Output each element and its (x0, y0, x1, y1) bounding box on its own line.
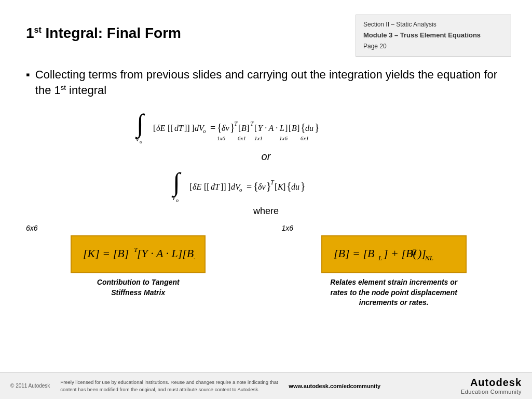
svg-text:6x1: 6x1 (301, 135, 309, 141)
svg-text:Y · A · L: Y · A · L (258, 124, 284, 132)
svg-text:]: ] (285, 124, 288, 132)
right-desc-text: Relates element strain increments or rat… (330, 277, 457, 308)
title-number: 1 (26, 25, 34, 41)
svg-text:]: ] (283, 182, 285, 191)
svg-text:∫: ∫ (171, 167, 182, 198)
svg-text:o: o (140, 139, 142, 144)
footer-autodesk-branding: Autodesk Education Community (461, 377, 522, 395)
bullet-sup: st (61, 83, 66, 91)
svg-text:]: ] (247, 124, 249, 132)
footer-copyright: © 2011 Autodesk (10, 383, 50, 389)
svg-text:[[: [[ (168, 124, 173, 132)
where-label: where (26, 206, 506, 217)
left-dim-label: 6x6 (26, 224, 38, 232)
svg-text:L: L (378, 254, 382, 262)
svg-text:1x6: 1x6 (279, 135, 288, 141)
right-lower-section: 1x6 [B] = [B L ] + [B( ū )] NL Relates … (282, 224, 507, 308)
education-community-label: Education Community (461, 389, 522, 395)
footer-license-text: Freely licensed for use by educational i… (60, 379, 278, 393)
svg-text:[Y · A · L][B]: [Y · A · L][B] (137, 247, 195, 260)
autodesk-brand-name: Autodesk (470, 377, 522, 389)
svg-text:]: ] (297, 124, 299, 132)
svg-text:[K] = [B]: [K] = [B] (83, 247, 129, 260)
svg-text:dT: dT (211, 182, 220, 191)
lower-section: 6x6 [K] = [B] T [Y · A · L][B] Contribut… (0, 219, 532, 308)
right-dim-label: 1x6 (282, 224, 294, 232)
section-info-box: Section II – Static Analysis Module 3 – … (356, 15, 511, 57)
or-label: or (26, 151, 506, 163)
first-integral-equation: ∫ V o [ δE [[ dT ]] ] dV o = { δv } (26, 105, 506, 147)
bullet-symbol: ▪ (26, 68, 30, 82)
eq1-svg: ∫ V o [ δE [[ dT ]] ] dV o = { δv } (121, 105, 412, 147)
left-desc-content: Contribution to Tangent Stiffness Matrix (97, 278, 180, 297)
svg-text:]]: ]] (221, 182, 226, 191)
svg-text:}: } (301, 180, 306, 192)
right-gold-box: [B] = [B L ] + [B( ū )] NL (321, 235, 467, 273)
svg-text:δv: δv (222, 124, 229, 132)
bullet-text: Collecting terms from previous slides an… (35, 67, 506, 98)
equations-area: ∫ V o [ δE [[ dT ]] ] dV o = { δv } (0, 98, 532, 217)
svg-text:ū: ū (412, 247, 416, 257)
svg-text:=: = (210, 123, 215, 133)
svg-text:[: [ (275, 182, 277, 191)
left-lower-section: 6x6 [K] = [B] T [Y · A · L][B] Contribut… (26, 224, 251, 298)
svg-text:o: o (203, 128, 206, 134)
title-rest: Integral: Final Form (42, 25, 181, 41)
slide-title: 1st Integral: Final Form (26, 15, 181, 42)
svg-text:T: T (250, 120, 254, 127)
bullet-section: ▪ Collecting terms from previous slides … (0, 62, 532, 98)
svg-text:[: [ (189, 182, 192, 191)
svg-text:∫: ∫ (135, 109, 145, 139)
top-section: 1st Integral: Final Form Section II – St… (0, 0, 532, 62)
svg-text:[: [ (289, 124, 291, 132)
title-sup: st (34, 25, 42, 34)
svg-text:1x6: 1x6 (217, 135, 225, 141)
footer-url: www.autodesk.com/edcommunity (289, 383, 380, 389)
svg-text:B: B (292, 124, 297, 132)
svg-text:]]: ]] (184, 124, 190, 132)
svg-text:[B] = [B: [B] = [B (334, 247, 374, 260)
right-desc-content: Relates element strain increments or rat… (330, 278, 457, 307)
svg-text:[: [ (153, 124, 156, 132)
svg-text:δE: δE (193, 182, 201, 191)
svg-text:[: [ (254, 124, 257, 132)
svg-text:du: du (291, 182, 299, 191)
svg-text:]: ] (192, 124, 194, 132)
svg-text:NL: NL (425, 254, 433, 262)
svg-text:6x1: 6x1 (238, 135, 246, 141)
svg-text:δv: δv (258, 182, 266, 191)
svg-text:dT: dT (174, 124, 184, 132)
svg-text:B: B (241, 124, 247, 132)
svg-text:[: [ (238, 124, 241, 132)
svg-text:[[: [[ (204, 182, 210, 191)
module-label: Module 3 – Truss Element Equations (363, 30, 503, 41)
b-equation-svg: [B] = [B L ] + [B( ū )] NL (332, 242, 456, 264)
svg-text:o: o (239, 187, 242, 193)
svg-text:δE: δE (156, 124, 165, 132)
svg-text:}: } (315, 122, 320, 133)
footer: © 2011 Autodesk Freely licensed for use … (0, 372, 532, 399)
page-container: 1st Integral: Final Form Section II – St… (0, 0, 532, 399)
svg-text:T: T (270, 179, 275, 186)
second-integral-equation: ∫ V o [ δE [[ dT ]] ] dV o = { δv } T (26, 165, 506, 204)
svg-text:]: ] (228, 182, 230, 191)
eq2-svg: ∫ V o [ δE [[ dT ]] ] dV o = { δv } T (157, 165, 375, 204)
bullet-text-end: integral (66, 84, 106, 97)
section-label: Section II – Static Analysis (363, 19, 503, 30)
svg-text:o: o (176, 197, 179, 203)
svg-text:du: du (305, 124, 313, 132)
svg-text:1x1: 1x1 (254, 135, 263, 141)
k-equation-svg: [K] = [B] T [Y · A · L][B] (81, 242, 195, 264)
page-label: Page 20 (363, 41, 503, 51)
svg-text:=: = (247, 181, 252, 192)
svg-text:T: T (234, 120, 238, 127)
left-gold-box: [K] = [B] T [Y · A · L][B] (71, 235, 206, 273)
left-desc-text: Contribution to Tangent Stiffness Matrix (97, 277, 180, 298)
